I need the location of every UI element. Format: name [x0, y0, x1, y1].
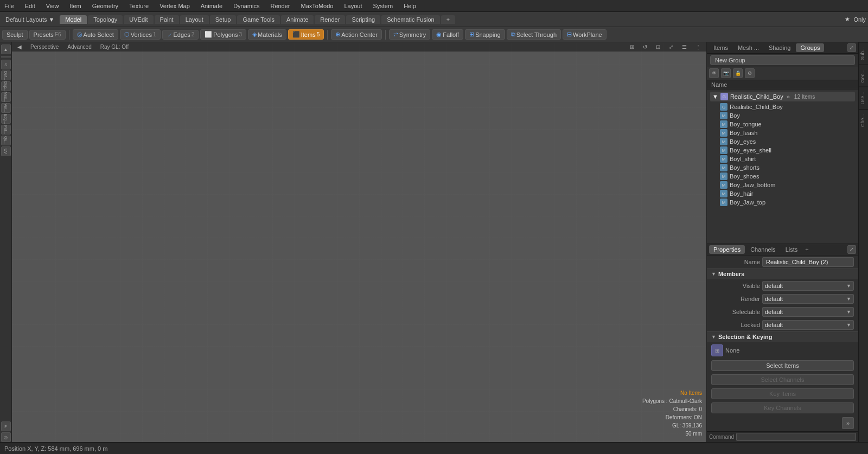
far-right-use[interactable]: Use...	[859, 87, 868, 109]
menu-maxtomodo[interactable]: MaxToModo	[299, 3, 336, 9]
right-cmd-input[interactable]	[736, 433, 856, 441]
snapping-button[interactable]: ⊞ Snapping	[465, 29, 505, 40]
menu-geometry[interactable]: Geometry	[90, 3, 120, 9]
menu-layout[interactable]: Layout	[342, 3, 364, 9]
mode-tab-paint[interactable]: Paint	[155, 15, 179, 24]
tree-group-header[interactable]: ▼ G Realistic_Child_Boy » 12 Items	[710, 92, 855, 101]
name-input[interactable]	[762, 257, 854, 267]
gi-extra-btn[interactable]: ⚙	[745, 68, 755, 78]
sculpt-button[interactable]: Sculpt	[2, 30, 28, 40]
tree-item-boy_tongue[interactable]: MBoy_tongue	[707, 120, 858, 129]
tree-item-boy_hair[interactable]: MBoy_hair	[707, 189, 858, 198]
sidebar-d-btn[interactable]: Def...	[1, 71, 11, 80]
far-right-geo[interactable]: Geo...	[859, 65, 868, 87]
sidebar-top-btn[interactable]: ▲	[1, 44, 11, 54]
tab-properties[interactable]: Properties	[709, 245, 745, 254]
menu-file[interactable]: File	[2, 3, 16, 9]
tree-item-boy_jaw_bottom[interactable]: MBoy_Jaw_bottom	[707, 181, 858, 189]
mode-tab-game-tools[interactable]: Game Tools	[237, 15, 280, 24]
mode-tab-layout[interactable]: Layout	[180, 15, 209, 24]
gi-lock-btn[interactable]: 🔒	[733, 68, 743, 78]
select-channels-btn[interactable]: Select Channels	[711, 374, 854, 385]
viewport[interactable]: ◀ Perspective Advanced Ray GL: Off ⊞ ↺ ⊡…	[12, 42, 706, 442]
scene-tree[interactable]: ▼ G Realistic_Child_Boy » 12 Items GReal…	[707, 89, 858, 244]
sidebar-f-btn[interactable]: F	[1, 421, 11, 431]
tab-mesh[interactable]: Mesh ...	[733, 43, 763, 52]
edges-button[interactable]: ⟋ Edges 2	[162, 30, 199, 40]
mode-tab-topology[interactable]: Topology	[88, 15, 123, 24]
tree-item-boyl_shirt[interactable]: MBoyl_shirt	[707, 155, 858, 163]
tree-item-boy_leash[interactable]: MBoy_leash	[707, 129, 858, 137]
sidebar-q-btn[interactable]: Qu...	[1, 136, 11, 145]
select-items-btn[interactable]: Select Items	[711, 360, 854, 371]
tree-item-boy[interactable]: MBoy	[707, 111, 858, 120]
mode-tab-setup[interactable]: Setup	[210, 15, 237, 24]
mode-tab-schematic-fusion[interactable]: Schematic Fusion	[381, 15, 439, 24]
tree-item-boy_eyes_shell[interactable]: MBoy_eyes_shell	[707, 146, 858, 155]
new-group-btn[interactable]: New Group	[710, 55, 855, 65]
menu-dynamics[interactable]: Dynamics	[231, 3, 261, 9]
viewport-icon1[interactable]: ⊞	[628, 43, 636, 50]
viewport-type-btn[interactable]: Perspective	[28, 43, 61, 50]
tree-item-boy_eyes[interactable]: MBoy_eyes	[707, 137, 858, 146]
mode-tab-scripting[interactable]: Scripting	[346, 15, 380, 24]
selectable-select[interactable]: default ▼	[762, 307, 854, 317]
expand-panel-btn[interactable]: ⤢	[847, 43, 856, 52]
tab-channels[interactable]: Channels	[746, 245, 780, 254]
visible-select[interactable]: default ▼	[762, 281, 854, 291]
sidebar-d2-btn[interactable]: Dup...	[1, 81, 11, 91]
locked-select[interactable]: default ▼	[762, 320, 854, 330]
sidebar-e-btn[interactable]: Edg...	[1, 114, 11, 124]
tab-groups[interactable]: Groups	[796, 43, 824, 52]
sidebar-v-btn[interactable]: Ver...	[1, 103, 11, 113]
props-expand-btn[interactable]: ⤢	[847, 245, 856, 254]
tree-item-boy_shoes[interactable]: MBoy_shoes	[707, 172, 858, 181]
auto-select-button[interactable]: ◎ Auto Select	[73, 29, 118, 40]
mode-tab-render[interactable]: Render	[315, 15, 345, 24]
layout-dropdown[interactable]: Default Layouts ▼	[2, 15, 58, 24]
props-arrow-btn[interactable]: »	[842, 417, 854, 429]
tree-item-boy_shorts[interactable]: MBoy_shorts	[707, 163, 858, 172]
key-channels-btn[interactable]: Key Channels	[711, 402, 854, 413]
materials-button[interactable]: ◈ Materials	[248, 29, 286, 40]
viewport-icon3[interactable]: ⊡	[654, 43, 662, 50]
viewport-icon6[interactable]: ⋮	[693, 43, 703, 50]
tree-group-realistic[interactable]: ▼ G Realistic_Child_Boy » 12 Items	[707, 91, 858, 103]
key-items-btn[interactable]: Key Items	[711, 388, 854, 399]
polygons-button[interactable]: ⬜ Polygons 3	[200, 29, 246, 40]
gi-cam-btn[interactable]: 📷	[721, 68, 731, 78]
viewport-raygl-btn[interactable]: Ray GL: Off	[98, 43, 131, 50]
render-select[interactable]: default ▼	[762, 294, 854, 304]
mode-tab-uvedit[interactable]: UVEdit	[124, 15, 153, 24]
items-button[interactable]: ⬛ Items 5	[288, 29, 324, 40]
far-right-che[interactable]: Che...	[859, 109, 868, 131]
select-through-button[interactable]: ⧉ Select Through	[507, 29, 561, 40]
presets-button[interactable]: Presets F6	[29, 30, 66, 40]
viewport-icon4[interactable]: ⤢	[667, 43, 675, 50]
tab-lists[interactable]: Lists	[781, 245, 802, 254]
menu-texture[interactable]: Texture	[127, 3, 151, 9]
action-center-button[interactable]: ⊕ Action Center	[331, 29, 382, 40]
menu-help[interactable]: Help	[401, 3, 418, 9]
sidebar-bottom-btn[interactable]: ◎	[1, 432, 11, 442]
gi-eye-btn[interactable]: 👁	[709, 68, 719, 78]
menu-view[interactable]: View	[44, 3, 61, 9]
menu-item[interactable]: Item	[67, 3, 83, 9]
menu-system[interactable]: System	[371, 3, 395, 9]
add-tab-btn[interactable]: +	[441, 15, 455, 24]
far-right-sub[interactable]: Sub...	[859, 42, 868, 65]
tree-item-boy_jaw_top[interactable]: MBoy_Jaw_top	[707, 198, 858, 207]
menu-render[interactable]: Render	[268, 3, 292, 9]
vertices-button[interactable]: ⬡ Vertices 1	[120, 29, 161, 40]
viewport-icon2[interactable]: ↺	[641, 43, 649, 50]
viewport-icon5[interactable]: ☰	[680, 43, 689, 50]
falloff-button[interactable]: ◉ Falloff	[432, 29, 463, 40]
sidebar-m-btn[interactable]: Mes...	[1, 92, 11, 102]
props-plus[interactable]: +	[805, 246, 808, 253]
mode-tab-model[interactable]: Model	[60, 15, 87, 24]
menu-vertexmap[interactable]: Vertex Map	[157, 3, 192, 9]
sidebar-p-btn[interactable]: Pol...	[1, 125, 11, 135]
menu-animate[interactable]: Animate	[199, 3, 225, 9]
tab-items[interactable]: Items	[709, 43, 732, 52]
sidebar-u-btn[interactable]: UV	[1, 146, 11, 156]
